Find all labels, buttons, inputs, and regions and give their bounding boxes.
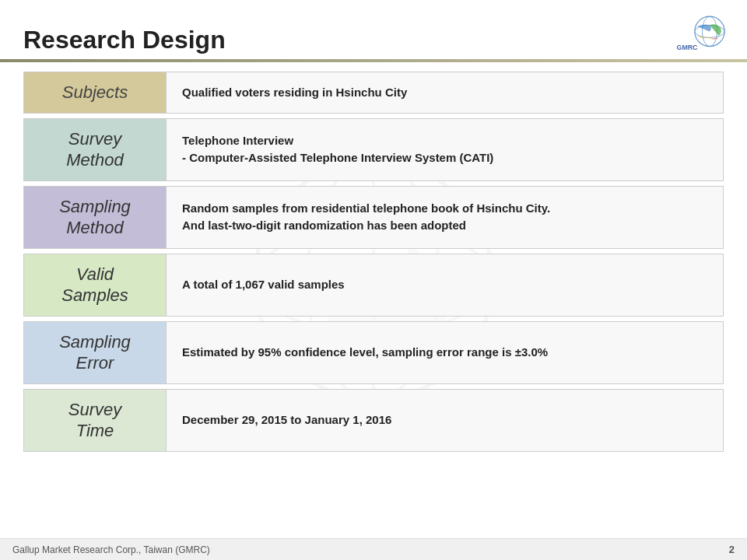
value-sampling-method: Random samples from residential telephon… <box>167 187 723 248</box>
header-divider <box>0 59 747 62</box>
value-sampling-error: Estimated by 95% confidence level, sampl… <box>167 322 723 383</box>
value-valid-samples: A total of 1,067 valid samples <box>167 254 723 316</box>
text-survey-time: December 29, 2015 to January 1, 2016 <box>182 411 391 429</box>
text-sampling-error: Estimated by 95% confidence level, sampl… <box>182 344 548 362</box>
svg-point-7 <box>702 16 717 46</box>
text-valid-samples: A total of 1,067 valid samples <box>182 276 345 294</box>
value-survey-time: December 29, 2015 to January 1, 2016 <box>167 390 723 451</box>
label-sampling-method: Sampling Method <box>24 187 167 248</box>
label-valid-samples: Valid Samples <box>24 254 167 316</box>
label-survey-time: Survey Time <box>24 390 167 451</box>
header: Research Design GMRC <box>0 0 747 59</box>
row-sampling-error: Sampling ErrorEstimated by 95% confidenc… <box>23 321 724 384</box>
footer: Gallup Market Research Corp., Taiwan (GM… <box>0 538 747 560</box>
value-subjects: Qualified voters residing in Hsinchu Cit… <box>167 72 723 113</box>
svg-text:GMRC: GMRC <box>677 44 699 51</box>
text-sampling-method: Random samples from residential telephon… <box>182 200 550 235</box>
footer-company: Gallup Market Research Corp., Taiwan (GM… <box>12 544 210 555</box>
value-survey-method: Telephone Interview - Computer-Assisted … <box>167 119 723 180</box>
text-survey-method: Telephone Interview - Computer-Assisted … <box>182 132 493 167</box>
main-content: SubjectsQualified voters residing in Hsi… <box>0 72 747 452</box>
footer-page: 2 <box>729 544 735 555</box>
page-title: Research Design <box>23 26 226 54</box>
text-subjects: Qualified voters residing in Hsinchu Cit… <box>182 84 407 102</box>
row-valid-samples: Valid SamplesA total of 1,067 valid samp… <box>23 254 724 317</box>
row-subjects: SubjectsQualified voters residing in Hsi… <box>23 72 724 114</box>
label-survey-method: Survey Method <box>24 119 167 180</box>
label-sampling-error: Sampling Error <box>24 322 167 383</box>
gmrc-logo: GMRC <box>675 14 731 54</box>
label-subjects: Subjects <box>24 72 167 113</box>
row-survey-method: Survey MethodTelephone Interview - Compu… <box>23 118 724 181</box>
row-survey-time: Survey TimeDecember 29, 2015 to January … <box>23 389 724 452</box>
row-sampling-method: Sampling MethodRandom samples from resid… <box>23 186 724 249</box>
